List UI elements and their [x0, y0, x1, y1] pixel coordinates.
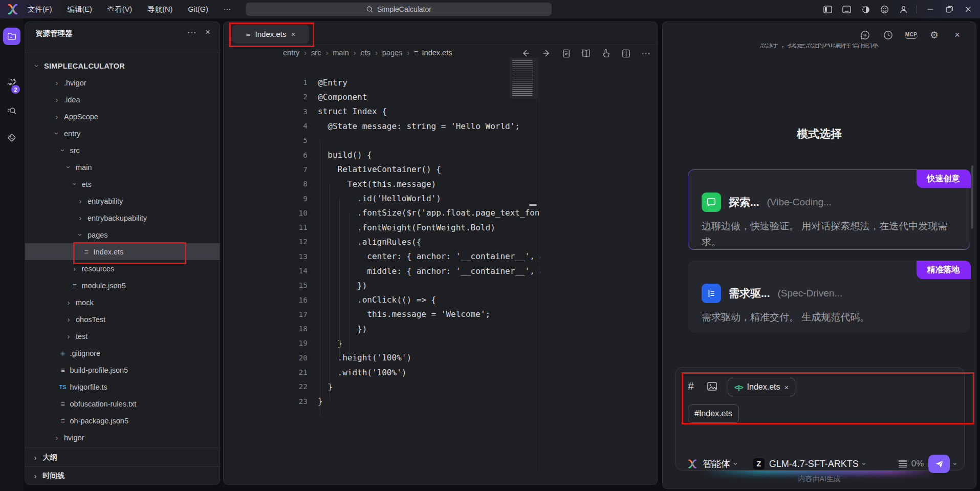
code-line[interactable]: 23}	[279, 394, 540, 409]
account-icon[interactable]	[898, 4, 909, 15]
breadcrumb-item[interactable]: pages	[382, 49, 403, 57]
chevron-expanded-icon[interactable]: ›	[70, 180, 79, 188]
code-line[interactable]: 10 .fontSize($r('app.float.page_text_fon…	[279, 206, 540, 220]
code-line[interactable]: 6 build() {	[279, 147, 540, 162]
send-button[interactable]	[928, 455, 950, 473]
tree-item-hvigorfile-ts[interactable]: TShvigorfile.ts	[25, 378, 220, 395]
feedback-smiley-icon[interactable]	[879, 4, 890, 15]
tree-item-resources[interactable]: ›resources	[25, 260, 220, 277]
hash-context-icon[interactable]: #	[688, 380, 694, 392]
split-editor-icon[interactable]	[620, 48, 631, 59]
tree-item-test[interactable]: ›test	[25, 328, 220, 345]
code-line[interactable]: 4 @State message: string = 'Hello World'…	[279, 119, 540, 133]
code-line[interactable]: 12 .alignRules({	[279, 234, 540, 249]
outline-section[interactable]: › 大纲	[25, 447, 220, 466]
code-line[interactable]: 19 }	[279, 336, 540, 350]
breadcrumb-item[interactable]: entry	[283, 49, 299, 57]
explorer-activity-button[interactable]	[3, 28, 20, 45]
chevron-expanded-icon[interactable]: ›	[64, 163, 73, 172]
chevron-down-icon[interactable]: ›	[860, 463, 868, 465]
code-line[interactable]: 3struct Index {	[279, 104, 540, 119]
tree-item-mock[interactable]: ›mock	[25, 294, 220, 311]
editor-scroll-marker[interactable]	[529, 204, 537, 206]
code-line[interactable]: 8 Text(this.message)	[279, 177, 540, 191]
source-control-activity-button[interactable]	[3, 129, 20, 146]
chevron-expanded-icon[interactable]: ›	[53, 130, 61, 138]
tree-item-oh-package-json5[interactable]: ≡oh-package.json5	[25, 412, 220, 429]
hand-pointer-icon[interactable]	[600, 48, 612, 59]
chevron-expanded-icon[interactable]: ›	[58, 146, 67, 155]
nav-back-icon[interactable]	[520, 48, 532, 59]
code-line[interactable]: 20 .height('100%')	[279, 351, 540, 365]
mode-card-vibe-coding[interactable]: 快速创意 探索... (Vibe-Coding... 边聊边做，快速验证。 用对…	[688, 169, 970, 250]
chat-input-container[interactable]: # <|> Index.ets × #Index.ets 智	[675, 367, 965, 471]
mcp-icon[interactable]: MCP	[905, 29, 918, 41]
menu-item[interactable]: 文件(F)	[28, 5, 52, 14]
editor-more-icon[interactable]: ⋯	[640, 48, 651, 59]
code-line[interactable]: 16 .onClick(() => {	[279, 292, 540, 307]
toggle-left-panel-icon[interactable]	[822, 4, 833, 15]
breadcrumb[interactable]: entry›src›main›ets›pages›≡Index.ets	[283, 46, 452, 59]
chevron-down-icon[interactable]: ›	[952, 463, 960, 465]
menu-item[interactable]: 查看(V)	[107, 5, 132, 14]
chevron-right-icon[interactable]: ›	[53, 433, 61, 442]
chevron-right-icon[interactable]: ›	[76, 214, 84, 222]
minimap[interactable]	[510, 58, 538, 99]
code-line[interactable]: 17 this.message = 'Welcome';	[279, 307, 540, 322]
timeline-section[interactable]: › 时间线	[25, 466, 220, 485]
code-line[interactable]: 14 middle: { anchor: '__container__', al…	[279, 264, 540, 278]
code-line[interactable]: 9 .id('HelloWorld')	[279, 191, 540, 205]
code-line[interactable]: 13 center: { anchor: '__container__', al…	[279, 249, 540, 264]
code-line[interactable]: 15 })	[279, 278, 540, 292]
tree-item-pages[interactable]: ›pages	[25, 226, 220, 243]
toggle-bottom-panel-icon[interactable]	[841, 4, 852, 15]
tree-item-hvigor[interactable]: ›hvigor	[25, 429, 220, 446]
chip-remove-icon[interactable]: ×	[784, 383, 789, 392]
restore-window-icon[interactable]	[944, 4, 955, 15]
tree-item-entryability[interactable]: ›entryability	[25, 193, 220, 209]
code-area[interactable]: 1@Entry2@Component3struct Index {4 @Stat…	[279, 75, 540, 409]
history-icon[interactable]	[882, 29, 895, 41]
minimize-icon[interactable]	[925, 4, 936, 15]
code-line[interactable]: 7 RelativeContainer() {	[279, 162, 540, 177]
open-book-icon[interactable]	[580, 48, 592, 59]
breadcrumb-item[interactable]: src	[311, 49, 321, 57]
tree-item-appscope[interactable]: ›AppScope	[25, 108, 220, 125]
chevron-right-icon[interactable]: ›	[53, 112, 61, 121]
add-image-icon[interactable]	[706, 380, 718, 393]
nav-forward-icon[interactable]	[540, 48, 552, 59]
chevron-right-icon[interactable]: ›	[71, 264, 79, 273]
code-line[interactable]: 21 .width('100%')	[279, 365, 540, 379]
chevron-down-icon[interactable]: ›	[732, 463, 740, 465]
tree-item-main[interactable]: ›main	[25, 159, 220, 176]
breadcrumb-item[interactable]: ets	[361, 49, 371, 57]
search-activity-button[interactable]	[3, 102, 20, 120]
settings-gear-icon[interactable]: ⚙	[928, 29, 941, 41]
tree-item--hvigor[interactable]: ›.hvigor	[25, 74, 220, 91]
breadcrumb-item[interactable]: main	[333, 49, 349, 57]
tree-item-ohostest[interactable]: ›ohosTest	[25, 311, 220, 328]
tree-item-src[interactable]: ›src	[25, 142, 220, 159]
mode-card-spec-driven[interactable]: 精准落地 需求驱... (Spec-Driven... 需求驱动，精准交付。 生…	[688, 261, 970, 332]
chevron-right-icon[interactable]: ›	[64, 315, 73, 324]
tree-item-module-json5[interactable]: ≡module.json5	[25, 277, 220, 294]
code-line[interactable]: 11 .fontWeight(FontWeight.Bold)	[279, 220, 540, 234]
code-line[interactable]: 1@Entry	[279, 75, 540, 90]
document-preview-icon[interactable]	[560, 48, 572, 59]
chevron-right-icon[interactable]: ›	[53, 78, 61, 87]
tree-item-simplecalculator[interactable]: ›SIMPLECALCULATOR	[25, 57, 220, 74]
tree-item-index-ets[interactable]: ≡Index.ets	[25, 243, 220, 260]
agent-selector[interactable]: 智能体	[703, 458, 730, 470]
ai-panel-scrollbar[interactable]	[971, 165, 973, 229]
new-chat-icon[interactable]	[859, 29, 872, 41]
breadcrumb-file[interactable]: ≡Index.ets	[414, 49, 452, 57]
code-line[interactable]: 22 }	[279, 379, 540, 394]
chevron-right-icon[interactable]: ›	[64, 298, 73, 307]
menu-overflow-icon[interactable]: ⋯	[224, 5, 231, 13]
model-selector[interactable]: GLM-4.7-SFT-ARKTS	[769, 459, 859, 469]
tree-item-entry[interactable]: ›entry	[25, 125, 220, 142]
menu-item[interactable]: 导航(N)	[147, 5, 172, 14]
message-text-tag[interactable]: #Index.ets	[688, 404, 739, 423]
context-chip-index-ets[interactable]: <|> Index.ets ×	[728, 378, 795, 396]
chevron-right-icon[interactable]: ›	[53, 95, 61, 104]
